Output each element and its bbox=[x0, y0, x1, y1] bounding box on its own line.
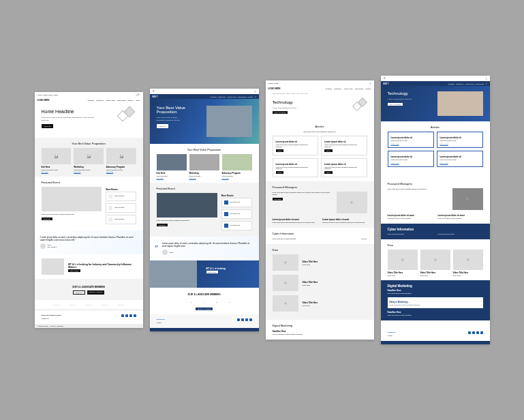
event-copy: Lorem ipsum dolor sit amet, consectetur … bbox=[42, 213, 102, 215]
video-thumb[interactable] bbox=[453, 250, 483, 270]
article-text: Lorem ipsum dolor sit amet consectetur a… bbox=[324, 144, 364, 148]
nav-item[interactable]: LEGISLATION bbox=[344, 88, 353, 89]
video-text: Lorem ipsum bbox=[388, 275, 418, 277]
chevron-right-icon[interactable]: › bbox=[134, 304, 134, 305]
event-item[interactable]: Event Title Date bbox=[106, 203, 136, 213]
view-topics-button[interactable]: VIEW ALL TOPICS bbox=[273, 111, 288, 114]
benefits-button[interactable]: BENEFITS bbox=[73, 290, 85, 295]
chevron-left-icon[interactable]: ‹ bbox=[43, 304, 44, 305]
nav-item[interactable]: RESOURCES bbox=[355, 88, 364, 89]
logo[interactable]: BIG T bbox=[153, 95, 158, 98]
event-label: Event Title Date bbox=[114, 218, 124, 220]
video-placeholder[interactable] bbox=[337, 192, 367, 213]
nav-item[interactable]: LEGISLATION bbox=[465, 83, 474, 85]
event-item[interactable]: Event Title Date bbox=[106, 192, 136, 201]
search-icon[interactable]: 🔍 bbox=[255, 96, 256, 97]
vp-card: WorkshopLorem ipsum dolorLearn more bbox=[189, 154, 219, 179]
logo-item: AR bbox=[203, 301, 205, 303]
learn-more-link[interactable]: Learn more bbox=[42, 171, 72, 172]
top-right: 🔍 bbox=[254, 91, 256, 93]
nav-item[interactable]: RESOURCES bbox=[476, 83, 484, 85]
article-card: Lorem ipsum dolor sitLorem ipsum dolor s… bbox=[321, 136, 367, 155]
logo[interactable]: LOGO HERE bbox=[268, 87, 281, 90]
top-right: 🔍 bbox=[369, 82, 371, 85]
social-icon[interactable] bbox=[134, 314, 136, 317]
logo[interactable]: LOGO HERE bbox=[37, 99, 50, 102]
social-icon[interactable] bbox=[480, 331, 483, 334]
social-icon[interactable] bbox=[468, 331, 471, 334]
nav-item[interactable]: MEMBERS bbox=[210, 96, 217, 97]
video-thumb[interactable] bbox=[273, 295, 298, 312]
video-thumb[interactable] bbox=[388, 250, 418, 270]
get-active-button[interactable]: GET ACTIVE bbox=[68, 269, 80, 272]
pm-copy: Lorem ipsum dolor sit amet, consectetur … bbox=[388, 188, 448, 190]
social-icon[interactable] bbox=[129, 314, 132, 317]
chevron-left-icon[interactable]: ‹ bbox=[166, 301, 167, 303]
join-button[interactable]: JOIN US bbox=[157, 124, 169, 128]
learn-more-link[interactable]: Learn more bbox=[157, 177, 187, 179]
nav-item[interactable]: DIRECTORY bbox=[334, 88, 342, 89]
section-title: Cyber Information bbox=[273, 232, 367, 235]
social-icon[interactable] bbox=[472, 331, 475, 334]
nav-item[interactable]: LEGISLATION bbox=[106, 100, 115, 101]
nav-item[interactable]: ABOUT bbox=[136, 100, 140, 101]
nav-item[interactable]: EVENTS bbox=[365, 88, 371, 89]
learn-more-link[interactable]: Learn more bbox=[222, 177, 252, 179]
join-button[interactable]: JOIN US bbox=[42, 124, 54, 128]
more-events-title: More Events bbox=[221, 194, 252, 197]
nav-item[interactable]: LEGISLATION bbox=[228, 96, 236, 97]
read-link[interactable]: READ MORE bbox=[391, 162, 431, 164]
read-link[interactable]: READ MORE bbox=[440, 162, 480, 164]
get-active-button[interactable]: GET ACTIVE bbox=[206, 271, 219, 273]
nav-items: MEMBERS DIRECTORY LEGISLATION RESOURCES … bbox=[325, 88, 371, 89]
read-button[interactable]: READ bbox=[324, 171, 333, 174]
logo[interactable]: BIG T bbox=[384, 82, 389, 85]
social-icon[interactable] bbox=[121, 314, 124, 317]
read-button[interactable]: READ bbox=[324, 149, 333, 152]
nav-item[interactable]: RESOURCES bbox=[117, 100, 126, 101]
video-thumb[interactable] bbox=[420, 250, 450, 270]
nav-item[interactable]: MEMBERS bbox=[87, 100, 94, 101]
nav-item[interactable]: EVENTS bbox=[247, 96, 253, 97]
nav-item[interactable]: EVENTS bbox=[128, 100, 134, 101]
video-thumb[interactable] bbox=[273, 275, 298, 291]
register-button[interactable]: REGISTER bbox=[42, 217, 52, 220]
chevron-right-icon[interactable]: › bbox=[242, 301, 243, 303]
nav-item[interactable]: DIRECTORY bbox=[96, 100, 104, 101]
social-icon[interactable] bbox=[125, 314, 128, 317]
event-item[interactable]: Event Title Here bbox=[221, 198, 252, 207]
social-icon[interactable] bbox=[245, 318, 248, 321]
nav-item[interactable]: RESOURCES bbox=[238, 96, 247, 97]
search-icon[interactable]: 🔍 bbox=[486, 83, 487, 85]
read-button[interactable]: READ bbox=[276, 149, 284, 152]
pm-cta-button[interactable]: CTA HERE bbox=[273, 198, 283, 200]
event-item[interactable]: Event Title Here bbox=[221, 221, 252, 230]
nav-item[interactable]: MEMBERS bbox=[448, 83, 454, 85]
social-icon[interactable] bbox=[249, 318, 252, 321]
read-button[interactable]: READ bbox=[276, 171, 284, 174]
social-icon[interactable] bbox=[241, 318, 244, 321]
data-section: Data Video Title HereLorem ipsum Video T… bbox=[266, 244, 374, 320]
nav-item[interactable]: MEMBERS bbox=[325, 88, 332, 89]
video-row: Video Title HereLorem ipsum bbox=[273, 275, 367, 291]
read-link[interactable]: READ MORE bbox=[391, 143, 431, 145]
nav-item[interactable]: DIRECTORY bbox=[456, 83, 464, 85]
cyber-copy: Lorem ipsum dolor sit amet. bbox=[388, 233, 433, 235]
video-placeholder[interactable] bbox=[452, 188, 483, 210]
view-topics-button[interactable]: VIEW ALL TOPICS bbox=[388, 103, 403, 106]
card-title: Info Here bbox=[42, 166, 72, 168]
learn-more-link[interactable]: Learn more bbox=[74, 171, 104, 172]
learn-more-link[interactable]: Learn more bbox=[189, 177, 219, 179]
video-thumb[interactable] bbox=[273, 254, 298, 271]
social-icon[interactable] bbox=[237, 318, 240, 321]
register-button[interactable]: REGISTER bbox=[157, 224, 168, 226]
nav-item[interactable]: DIRECTORY bbox=[218, 96, 226, 97]
event-item[interactable]: Event Title Date bbox=[106, 215, 136, 224]
main-nav: LOGO HERE MEMBERS DIRECTORY LEGISLATION … bbox=[35, 97, 143, 102]
event-item[interactable]: Event Title Here bbox=[221, 209, 252, 219]
become-member-button[interactable]: BECOME A MEMBER bbox=[196, 308, 213, 310]
become-member-button[interactable]: BECOME A MEMBER bbox=[87, 290, 105, 295]
social-icon[interactable] bbox=[476, 331, 479, 334]
learn-more-link[interactable]: Learn more bbox=[106, 171, 136, 172]
read-link[interactable]: READ MORE bbox=[440, 143, 480, 145]
